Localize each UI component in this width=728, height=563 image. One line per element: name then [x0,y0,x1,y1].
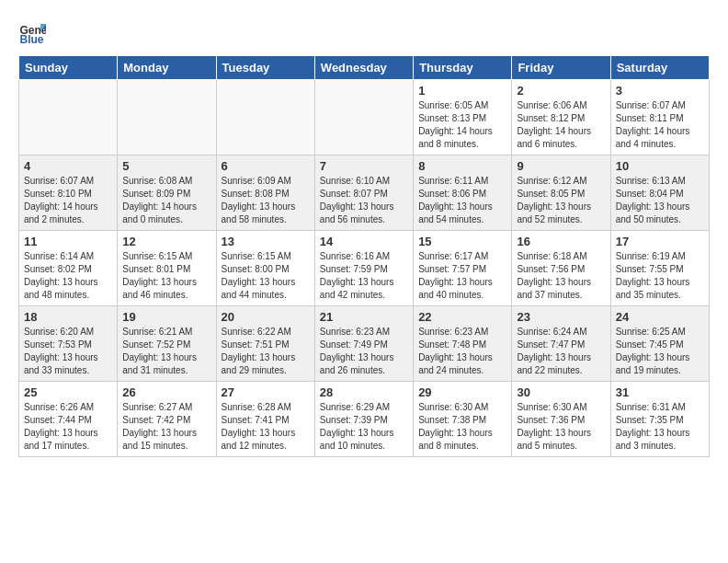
calendar-week-row: 11Sunrise: 6:14 AM Sunset: 8:02 PM Dayli… [19,231,710,306]
day-cell: 14Sunrise: 6:16 AM Sunset: 7:59 PM Dayli… [314,231,413,306]
day-number: 7 [320,159,408,173]
day-info: Sunrise: 6:15 AM Sunset: 8:01 PM Dayligh… [122,250,210,302]
day-info: Sunrise: 6:28 AM Sunset: 7:41 PM Dayligh… [222,401,310,453]
day-number: 10 [616,159,704,173]
day-number: 9 [517,159,605,173]
day-cell: 4Sunrise: 6:07 AM Sunset: 8:10 PM Daylig… [19,155,118,231]
day-number: 14 [320,235,408,248]
day-info: Sunrise: 6:19 AM Sunset: 7:55 PM Dayligh… [616,250,704,302]
day-number: 26 [122,385,210,399]
day-cell: 11Sunrise: 6:14 AM Sunset: 8:02 PM Dayli… [19,231,118,306]
day-cell: 15Sunrise: 6:17 AM Sunset: 7:57 PM Dayli… [414,231,512,306]
day-cell: 20Sunrise: 6:22 AM Sunset: 7:51 PM Dayli… [216,306,314,382]
day-info: Sunrise: 6:21 AM Sunset: 7:52 PM Dayligh… [122,326,210,377]
day-number: 30 [517,385,605,399]
day-cell: 25Sunrise: 6:26 AM Sunset: 7:44 PM Dayli… [19,382,118,457]
day-cell: 5Sunrise: 6:08 AM Sunset: 8:09 PM Daylig… [118,155,216,231]
day-number: 13 [222,235,310,248]
day-cell: 13Sunrise: 6:15 AM Sunset: 8:00 PM Dayli… [216,231,314,306]
calendar-week-row: 1Sunrise: 6:05 AM Sunset: 8:13 PM Daylig… [19,80,710,155]
day-number: 19 [122,310,210,324]
day-number: 8 [418,159,506,173]
calendar-week-row: 25Sunrise: 6:26 AM Sunset: 7:44 PM Dayli… [19,382,710,457]
day-cell: 23Sunrise: 6:24 AM Sunset: 7:47 PM Dayli… [512,306,610,382]
day-number: 29 [418,385,506,399]
empty-cell [216,80,314,155]
day-cell: 31Sunrise: 6:31 AM Sunset: 7:35 PM Dayli… [610,382,709,457]
day-number: 5 [122,159,210,173]
day-number: 25 [24,385,112,399]
day-info: Sunrise: 6:30 AM Sunset: 7:38 PM Dayligh… [418,401,506,453]
day-cell: 28Sunrise: 6:29 AM Sunset: 7:39 PM Dayli… [314,382,413,457]
calendar-header-row: SundayMondayTuesdayWednesdayThursdayFrid… [19,56,710,80]
day-cell: 30Sunrise: 6:30 AM Sunset: 7:36 PM Dayli… [512,382,610,457]
logo: General Blue [18,18,50,46]
svg-text:Blue: Blue [20,33,44,46]
day-cell: 16Sunrise: 6:18 AM Sunset: 7:56 PM Dayli… [512,231,610,306]
day-info: Sunrise: 6:12 AM Sunset: 8:05 PM Dayligh… [517,175,605,226]
day-info: Sunrise: 6:27 AM Sunset: 7:42 PM Dayligh… [122,401,210,453]
day-number: 17 [616,235,704,248]
day-cell: 3Sunrise: 6:07 AM Sunset: 8:11 PM Daylig… [610,80,709,155]
day-cell: 26Sunrise: 6:27 AM Sunset: 7:42 PM Dayli… [118,382,216,457]
day-cell: 19Sunrise: 6:21 AM Sunset: 7:52 PM Dayli… [118,306,216,382]
day-info: Sunrise: 6:26 AM Sunset: 7:44 PM Dayligh… [24,401,112,453]
calendar-table: SundayMondayTuesdayWednesdayThursdayFrid… [18,55,710,457]
day-info: Sunrise: 6:09 AM Sunset: 8:08 PM Dayligh… [222,175,310,226]
day-number: 3 [616,84,704,98]
day-number: 2 [517,84,605,98]
day-info: Sunrise: 6:30 AM Sunset: 7:36 PM Dayligh… [517,401,605,453]
day-cell: 18Sunrise: 6:20 AM Sunset: 7:53 PM Dayli… [19,306,118,382]
day-header-friday: Friday [512,56,610,80]
day-number: 24 [616,310,704,324]
day-info: Sunrise: 6:16 AM Sunset: 7:59 PM Dayligh… [320,250,408,302]
day-info: Sunrise: 6:08 AM Sunset: 8:09 PM Dayligh… [122,175,210,226]
day-cell: 10Sunrise: 6:13 AM Sunset: 8:04 PM Dayli… [610,155,709,231]
day-number: 22 [418,310,506,324]
day-header-thursday: Thursday [414,56,512,80]
day-cell: 7Sunrise: 6:10 AM Sunset: 8:07 PM Daylig… [314,155,413,231]
day-cell: 17Sunrise: 6:19 AM Sunset: 7:55 PM Dayli… [610,231,709,306]
day-info: Sunrise: 6:18 AM Sunset: 7:56 PM Dayligh… [517,250,605,302]
day-info: Sunrise: 6:17 AM Sunset: 7:57 PM Dayligh… [418,250,506,302]
day-cell: 29Sunrise: 6:30 AM Sunset: 7:38 PM Dayli… [414,382,512,457]
empty-cell [19,80,118,155]
day-cell: 12Sunrise: 6:15 AM Sunset: 8:01 PM Dayli… [118,231,216,306]
day-number: 21 [320,310,408,324]
day-number: 28 [320,385,408,399]
day-number: 23 [517,310,605,324]
day-info: Sunrise: 6:05 AM Sunset: 8:13 PM Dayligh… [418,99,506,151]
day-number: 27 [222,385,310,399]
day-info: Sunrise: 6:24 AM Sunset: 7:47 PM Dayligh… [517,326,605,377]
day-info: Sunrise: 6:06 AM Sunset: 8:12 PM Dayligh… [517,99,605,151]
day-info: Sunrise: 6:14 AM Sunset: 8:02 PM Dayligh… [24,250,112,302]
day-number: 18 [24,310,112,324]
day-cell: 22Sunrise: 6:23 AM Sunset: 7:48 PM Dayli… [414,306,512,382]
day-info: Sunrise: 6:15 AM Sunset: 8:00 PM Dayligh… [222,250,310,302]
day-header-saturday: Saturday [610,56,709,80]
day-number: 11 [24,235,112,248]
day-number: 1 [418,84,506,98]
day-number: 12 [122,235,210,248]
day-cell: 27Sunrise: 6:28 AM Sunset: 7:41 PM Dayli… [216,382,314,457]
day-number: 4 [24,159,112,173]
day-cell: 6Sunrise: 6:09 AM Sunset: 8:08 PM Daylig… [216,155,314,231]
day-info: Sunrise: 6:25 AM Sunset: 7:45 PM Dayligh… [616,326,704,377]
day-info: Sunrise: 6:13 AM Sunset: 8:04 PM Dayligh… [616,175,704,226]
day-number: 16 [517,235,605,248]
empty-cell [118,80,216,155]
day-cell: 21Sunrise: 6:23 AM Sunset: 7:49 PM Dayli… [314,306,413,382]
day-number: 31 [616,385,704,399]
day-header-sunday: Sunday [19,56,118,80]
day-number: 20 [222,310,310,324]
calendar-week-row: 4Sunrise: 6:07 AM Sunset: 8:10 PM Daylig… [19,155,710,231]
day-info: Sunrise: 6:07 AM Sunset: 8:11 PM Dayligh… [616,99,704,151]
day-header-monday: Monday [118,56,216,80]
day-info: Sunrise: 6:23 AM Sunset: 7:49 PM Dayligh… [320,326,408,377]
day-info: Sunrise: 6:23 AM Sunset: 7:48 PM Dayligh… [418,326,506,377]
page-header: General Blue [18,18,710,46]
day-cell: 24Sunrise: 6:25 AM Sunset: 7:45 PM Dayli… [610,306,709,382]
day-info: Sunrise: 6:31 AM Sunset: 7:35 PM Dayligh… [616,401,704,453]
day-info: Sunrise: 6:29 AM Sunset: 7:39 PM Dayligh… [320,401,408,453]
day-header-tuesday: Tuesday [216,56,314,80]
